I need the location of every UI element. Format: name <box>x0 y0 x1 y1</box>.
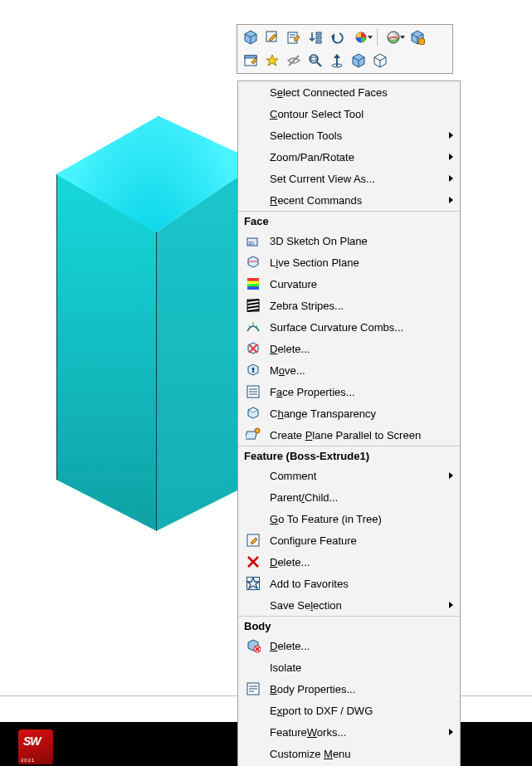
menu-curvature[interactable]: Curvature <box>238 273 460 295</box>
menu-change-transparency[interactable]: Change Transparency <box>238 403 460 424</box>
menu-item-label: Delete... <box>270 640 455 652</box>
menu-item-label: Change Transparency <box>270 407 455 420</box>
curvcombs-icon <box>243 319 263 335</box>
blank-icon <box>243 170 263 187</box>
curvature-icon <box>243 276 263 292</box>
app-icon-text: SW <box>23 734 41 748</box>
toolbar-spark-button[interactable] <box>262 51 282 71</box>
deleteX-icon <box>243 554 263 570</box>
submenu-arrow-icon <box>449 154 453 160</box>
blank-icon <box>243 84 263 100</box>
menu-item-label: Surface Curvature Combs... <box>270 321 455 334</box>
blank-icon <box>243 724 263 740</box>
menu-comment[interactable]: Comment <box>238 465 460 486</box>
menu-move[interactable]: Move... <box>238 359 460 381</box>
menu-delete[interactable]: Delete... <box>238 338 460 359</box>
toolbar-sort-button[interactable] <box>305 27 325 47</box>
menu-item-label: Isolate <box>270 661 455 674</box>
menu-item-label: Zebra Stripes... <box>270 300 455 312</box>
toolbar-window-button[interactable] <box>241 51 261 71</box>
blank-icon <box>243 192 263 208</box>
toolbar-viewcube-button[interactable] <box>349 51 368 71</box>
toolbar-sphere-button[interactable] <box>381 27 406 47</box>
menu-delete[interactable]: Delete... <box>238 551 460 573</box>
submenu-arrow-icon <box>449 729 453 735</box>
move-icon <box>243 362 263 378</box>
menu-delete[interactable]: Delete... <box>238 635 460 656</box>
menu-item-label: Comment <box>270 470 449 482</box>
blank-icon <box>243 127 263 144</box>
menu-isolate[interactable]: Isolate <box>238 656 460 678</box>
deletebody-icon <box>243 637 263 654</box>
blank-icon <box>243 105 263 122</box>
toolbar-normal-button[interactable] <box>327 51 347 71</box>
submenu-arrow-icon <box>449 175 453 182</box>
menu-item-label: Contour Select Tool <box>270 108 455 120</box>
menu-body-properties[interactable]: Body Properties... <box>238 678 460 700</box>
menu-item-label: Create Plane Parallel to Screen <box>270 429 455 442</box>
blank-icon <box>243 702 263 719</box>
toolbar-isocube-button[interactable] <box>370 51 390 71</box>
blank-icon <box>243 745 263 762</box>
planeparallel-icon <box>243 427 263 443</box>
menu-item-label: Delete... <box>270 556 455 568</box>
menu-go-to-feature-in-tree[interactable]: Go To Feature (in Tree) <box>238 508 460 529</box>
context-toolbar <box>237 24 453 74</box>
zebra-icon <box>243 297 263 314</box>
transparency-icon <box>243 405 263 422</box>
model-cube[interactable] <box>56 116 247 556</box>
toolbar-editsketch-button[interactable] <box>262 27 282 47</box>
menu-live-section-plane[interactable]: Live Section Plane <box>238 251 460 273</box>
submenu-arrow-icon <box>449 132 453 139</box>
solidworks-app-icon[interactable]: SW 2021 <box>18 729 53 764</box>
toolbar-undo-button[interactable] <box>327 27 347 47</box>
menu-face-properties[interactable]: Face Properties... <box>238 381 460 403</box>
menu-item-label: Recent Commands <box>270 194 449 207</box>
toolbar-cube-button[interactable] <box>241 27 261 47</box>
context-menu: Select Connected FacesContour Select Too… <box>237 81 461 766</box>
menu-item-label: Save Selection <box>270 599 449 612</box>
toolbar-appearance-button[interactable] <box>349 27 373 47</box>
menu-add-to-favorites[interactable]: Add to Favorites <box>238 573 460 594</box>
sketch3d-icon <box>243 232 263 249</box>
bodyprops-icon <box>243 681 263 697</box>
menu-section-feature-boss-extrude1: Feature (Boss-Extrude1) <box>238 446 460 465</box>
app-icon-year: 2021 <box>21 758 35 763</box>
blank-icon <box>243 489 263 505</box>
menu-item-label: Customize Menu <box>270 748 455 760</box>
menu-item-label: Delete... <box>270 343 455 355</box>
menu-3d-sketch-on-plane[interactable]: 3D Sketch On Plane <box>238 230 460 251</box>
menu-surface-curvature-combs[interactable]: Surface Curvature Combs... <box>238 316 460 338</box>
menu-export-to-dxf-dwg[interactable]: Export to DXF / DWG <box>238 700 460 721</box>
menu-configure-feature[interactable]: Configure Feature <box>238 529 460 551</box>
menu-contour-select-tool[interactable]: Contour Select Tool <box>238 103 460 124</box>
menu-item-label: Zoom/Pan/Rotate <box>270 151 449 163</box>
submenu-arrow-icon <box>449 472 453 479</box>
blank-icon <box>243 510 263 527</box>
cube-face-left[interactable] <box>56 174 159 533</box>
menu-create-plane-parallel-to-screen[interactable]: Create Plane Parallel to Screen <box>238 424 460 446</box>
menu-set-current-view-as[interactable]: Set Current View As... <box>238 168 460 189</box>
menu-item-label: 3D Sketch On Plane <box>270 235 455 247</box>
menu-customize-menu[interactable]: Customize Menu <box>238 743 460 764</box>
menu-featureworks[interactable]: FeatureWorks... <box>238 721 460 743</box>
delete-icon <box>243 340 263 357</box>
toolbar-editfeat-button[interactable] <box>284 27 304 47</box>
toolbar-hide-button[interactable] <box>284 51 304 71</box>
menu-item-label: Move... <box>270 364 455 377</box>
menu-selection-tools[interactable]: Selection Tools <box>238 124 460 146</box>
toolbar-separator <box>377 28 378 46</box>
menu-section-body: Body <box>238 616 460 635</box>
menu-select-connected-faces[interactable]: Select Connected Faces <box>238 81 460 103</box>
toolbar-zoom-button[interactable] <box>305 51 325 71</box>
menu-item-label: Face Properties... <box>270 386 455 398</box>
menu-item-label: Set Current View As... <box>270 173 449 185</box>
toolbar-cubecolor-button[interactable] <box>408 27 427 47</box>
menu-item-label: FeatureWorks... <box>270 726 449 739</box>
menu-zebra-stripes[interactable]: Zebra Stripes... <box>238 295 460 316</box>
menu-parent-child[interactable]: Parent/Child... <box>238 486 460 508</box>
menu-item-label: Selection Tools <box>270 129 449 142</box>
menu-save-selection[interactable]: Save Selection <box>238 594 460 616</box>
menu-zoom-pan-rotate[interactable]: Zoom/Pan/Rotate <box>238 146 460 168</box>
menu-recent-commands[interactable]: Recent Commands <box>238 189 460 211</box>
